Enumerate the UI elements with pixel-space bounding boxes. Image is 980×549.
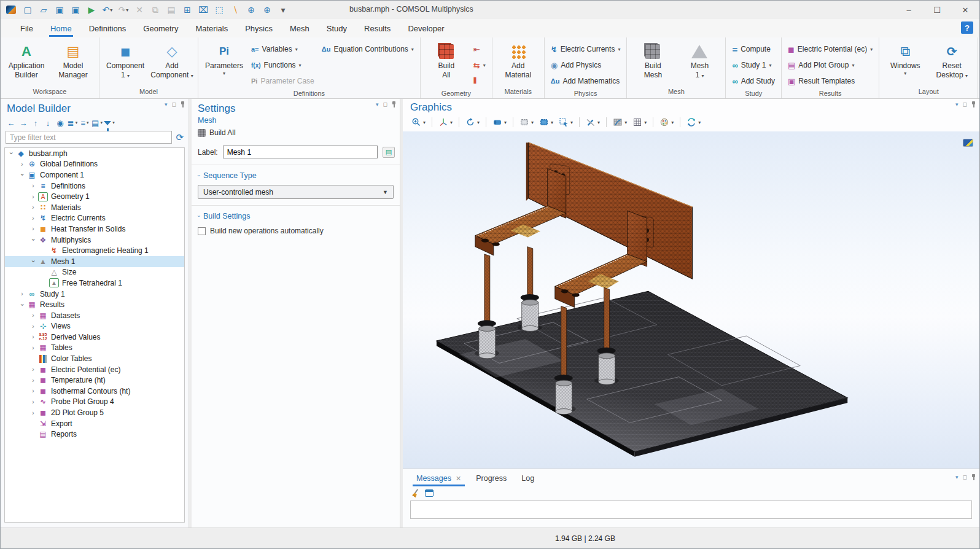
close-icon[interactable]: ✕ <box>456 475 461 483</box>
chevron-expanded-icon[interactable]: › <box>19 301 26 308</box>
show-button[interactable]: ◉ <box>55 117 66 128</box>
help-button[interactable]: ? <box>961 21 973 34</box>
model-manager-button[interactable]: ▤Model Manager <box>51 40 95 80</box>
rebuild-button[interactable]: ⇆▾ <box>471 57 488 73</box>
tree-item-free-tetrahedral-1[interactable]: ▲Free Tetrahedral 1 <box>5 278 184 289</box>
tree-item-views[interactable]: ›⊹Views <box>5 321 184 332</box>
chevron-collapsed-icon[interactable]: › <box>29 225 37 232</box>
float-panel-icon[interactable]: ◻ <box>172 101 176 107</box>
pin-icon[interactable] <box>392 101 396 107</box>
plot-snapshot-icon[interactable] <box>963 139 973 147</box>
tree-item-definitions[interactable]: ›≡Definitions <box>5 181 184 192</box>
chevron-expanded-icon[interactable]: › <box>19 171 26 179</box>
build-new-operations-checkbox[interactable] <box>198 227 206 235</box>
component-1-button[interactable]: ◼Component 1 ▾ <box>103 40 147 80</box>
variables-button[interactable]: a=Variables▾ <box>249 41 317 57</box>
tree-item-global-definitions[interactable]: ›⊕Global Definitions <box>5 159 184 170</box>
result-templates-button[interactable]: ▣Result Templates <box>785 73 875 89</box>
chevron-collapsed-icon[interactable]: › <box>29 312 37 319</box>
menu-geometry[interactable]: Geometry <box>134 20 187 36</box>
tree-item-datasets[interactable]: ›▦Datasets <box>5 310 184 321</box>
add-physics-button[interactable]: ◉Add Physics <box>548 57 623 73</box>
float-panel-icon[interactable]: ◻ <box>963 474 967 480</box>
maximize-button[interactable]: ☐ <box>923 1 951 19</box>
chevron-collapsed-icon[interactable]: › <box>29 366 37 373</box>
select-scene-dark-button[interactable]: ▾ <box>537 115 556 129</box>
message-table-icon[interactable] <box>425 489 434 497</box>
chevron-collapsed-icon[interactable]: › <box>29 387 37 394</box>
chevron-expanded-icon[interactable]: › <box>30 236 37 244</box>
panel-menu-icon[interactable]: ▾ <box>955 474 959 480</box>
chevron-collapsed-icon[interactable]: › <box>29 377 37 384</box>
chevron-expanded-icon[interactable]: › <box>8 150 15 157</box>
close-button[interactable]: ✕ <box>951 1 979 19</box>
minimize-button[interactable]: – <box>895 1 923 19</box>
build-all-button[interactable]: Build All <box>192 126 400 142</box>
redo-button[interactable]: ↷▾ <box>116 3 131 17</box>
tab-log[interactable]: Log <box>515 472 543 486</box>
chevron-collapsed-icon[interactable]: › <box>18 161 26 168</box>
scene-appearance-button[interactable]: ▾ <box>657 115 676 129</box>
label-input[interactable] <box>223 146 378 158</box>
tree-item-export[interactable]: ⇲Export <box>5 418 184 429</box>
refresh-icon[interactable]: ⟳ <box>176 132 184 143</box>
tree-item-materials[interactable]: ›∷Materials <box>5 202 184 213</box>
add-component-button[interactable]: ◇Add Component ▾ <box>150 40 194 80</box>
pin-icon[interactable] <box>181 101 185 107</box>
functions-button[interactable]: f(x)Functions▾ <box>249 57 317 73</box>
tab-messages[interactable]: Messages✕ <box>410 472 470 486</box>
chevron-collapsed-icon[interactable]: › <box>29 204 37 211</box>
hide-button[interactable]: ▾ <box>583 115 602 129</box>
select-box-button[interactable]: ▾ <box>556 115 575 129</box>
virtual-operations-button[interactable]: ⫴ <box>471 73 488 89</box>
clear-messages-icon[interactable] <box>411 489 420 497</box>
view-button[interactable]: ▾ <box>490 115 509 129</box>
tree-item-component-1[interactable]: ›▣Component 1 <box>5 169 184 181</box>
menu-materials[interactable]: Materials <box>187 20 236 36</box>
tree-item-geometry-1[interactable]: ›AGeometry 1 <box>5 191 184 202</box>
reset-desktop-button[interactable]: ⟳Reset Desktop ▾ <box>930 40 974 80</box>
tree-item-electromagnetic-heating-1[interactable]: ↯Electromagnetic Heating 1 <box>5 245 184 256</box>
compute-button[interactable]: =Compute <box>729 41 777 57</box>
chevron-expanded-icon[interactable]: › <box>30 258 37 265</box>
new-file-button[interactable]: ▢ <box>20 3 35 17</box>
electric-currents-button[interactable]: ↯Electric Currents▾ <box>548 41 623 57</box>
add-material-button[interactable]: Add Material <box>496 40 540 80</box>
tree-item-electric-potential-ec-[interactable]: ›◼Electric Potential (ec) <box>5 364 184 375</box>
move-up-button[interactable]: ↑ <box>30 117 41 128</box>
chevron-collapsed-icon[interactable]: › <box>29 399 37 405</box>
forward-button[interactable]: → <box>18 117 29 128</box>
chevron-collapsed-icon[interactable]: › <box>29 410 37 416</box>
menu-developer[interactable]: Developer <box>399 20 453 36</box>
chevron-collapsed-icon[interactable]: › <box>29 345 37 351</box>
add-mathematics-button[interactable]: ΔuAdd Mathematics <box>548 73 623 89</box>
filter-input[interactable] <box>6 131 172 144</box>
menu-results[interactable]: Results <box>356 20 399 36</box>
grid-button[interactable]: ▾ <box>630 115 649 129</box>
panel-menu-icon[interactable]: ▾ <box>165 101 168 107</box>
add-plot-group-button[interactable]: ▤Add Plot Group▾ <box>785 57 875 73</box>
sequence-type-select[interactable]: User-controlled mesh ▼ <box>198 185 394 199</box>
tree-item-mesh-1[interactable]: ›▲Mesh 1 <box>5 256 184 267</box>
cut-button[interactable]: ✕ <box>132 3 147 17</box>
chevron-collapsed-icon[interactable]: › <box>29 193 37 200</box>
tree-item-temperature-ht-[interactable]: ›◼Temperature (ht) <box>5 375 184 386</box>
back-button[interactable]: ← <box>6 117 17 128</box>
zoom-extents-button[interactable]: ⊕ <box>260 3 274 17</box>
undo-button[interactable]: ↶▾ <box>100 3 115 17</box>
menu-mesh[interactable]: Mesh <box>281 20 318 36</box>
move-down-button[interactable]: ↓ <box>42 117 53 128</box>
panel-menu-icon[interactable]: ▾ <box>376 101 379 107</box>
menu-study[interactable]: Study <box>318 20 356 36</box>
tree-item-study-1[interactable]: ›∞Study 1 <box>5 289 184 300</box>
tree-item-results[interactable]: ›▦Results <box>5 299 184 310</box>
tree-item-multiphysics[interactable]: ›❖Multiphysics <box>5 235 184 246</box>
tree-item-derived-values[interactable]: ›8.85e-12Derived Values <box>5 332 184 343</box>
add-study-button[interactable]: ∞Add Study <box>729 73 777 89</box>
build-all-geometry-button[interactable]: Build All <box>424 40 469 80</box>
tree-item-busbar-mph[interactable]: ›◆busbar.mph <box>5 148 184 159</box>
tree-item-isothermal-contours-ht-[interactable]: ›◼Isothermal Contours (ht) <box>5 386 184 397</box>
collapse-all-button[interactable]: ≣▾ <box>67 117 78 128</box>
select-scene-light-button[interactable]: ▾ <box>517 115 536 129</box>
mesh-1-button[interactable]: Mesh 1 ▾ <box>677 40 721 80</box>
